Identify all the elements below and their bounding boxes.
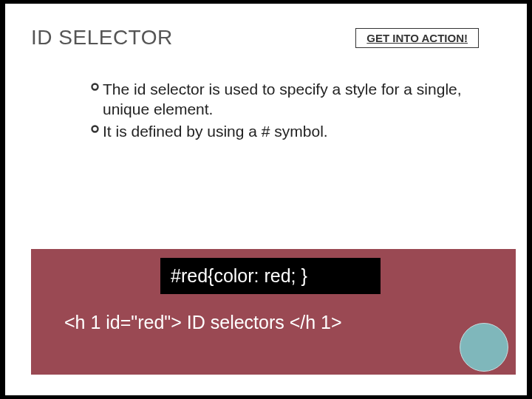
header-row: ID SELECTOR GET INTO ACTION!	[5, 4, 527, 50]
get-into-action-button[interactable]: GET INTO ACTION!	[355, 28, 479, 48]
svg-point-1	[92, 126, 98, 132]
bullet-text: It is defined by using a # symbol.	[103, 121, 475, 141]
svg-point-0	[92, 84, 98, 90]
donut-bullet-icon	[86, 79, 103, 91]
decorative-circle-icon	[460, 323, 508, 372]
list-item: It is defined by using a # symbol.	[86, 121, 475, 141]
slide: ID SELECTOR GET INTO ACTION! The id sele…	[5, 4, 527, 395]
bullet-list: The id selector is used to specify a sty…	[5, 79, 527, 141]
html-code-line: <h 1 id="red"> ID selectors </h 1>	[31, 301, 516, 333]
donut-bullet-icon	[86, 121, 103, 133]
bullet-text: The id selector is used to specify a sty…	[103, 79, 475, 120]
css-code-line: #red{color: red; }	[160, 258, 381, 294]
code-block: #red{color: red; } <h 1 id="red"> ID sel…	[31, 249, 516, 375]
list-item: The id selector is used to specify a sty…	[86, 79, 475, 120]
page-title: ID SELECTOR	[31, 26, 173, 50]
